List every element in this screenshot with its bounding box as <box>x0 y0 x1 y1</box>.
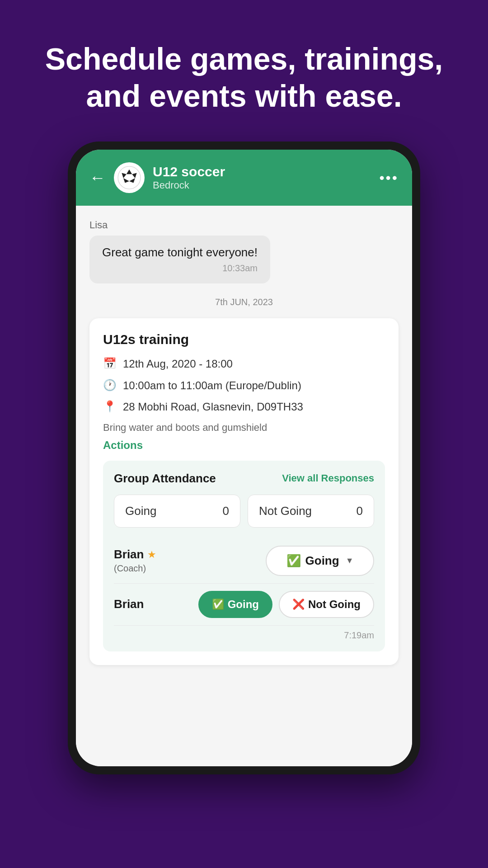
attendance-counts: Going 0 Not Going 0 <box>114 495 374 528</box>
player-name-row-coach: Brian ★ <box>114 547 156 561</box>
brian-not-going-button[interactable]: ❌ Not Going <box>279 591 374 618</box>
player-row-coach: Brian ★ (Coach) ✅ Going ▼ <box>114 538 374 584</box>
not-going-x-icon: ❌ <box>292 599 305 610</box>
team-avatar <box>114 162 145 193</box>
calendar-icon: 📅 <box>103 357 117 370</box>
going-check-icon: ✅ <box>212 599 224 610</box>
more-options-button[interactable]: ••• <box>379 170 399 186</box>
phone-device: ← U12 soccer Bedrock ••• <box>68 142 420 774</box>
message-bubble: Great game tonight everyone! 10:33am <box>89 236 270 283</box>
attendance-section: Group Attendance View all Responses Goin… <box>103 461 385 651</box>
player-info-brian: Brian <box>114 597 144 611</box>
team-name: U12 soccer <box>153 164 371 179</box>
going-label: Going <box>125 504 156 518</box>
event-title: U12s training <box>103 332 385 347</box>
brian-going-button[interactable]: ✅ Going <box>198 591 272 618</box>
attendance-timestamp: 7:19am <box>114 630 374 641</box>
event-card: U12s training 📅 12th Aug, 2020 - 18:00 🕐… <box>89 318 399 665</box>
view-all-responses-link[interactable]: View all Responses <box>282 472 374 484</box>
event-location-row: 📍 28 Mobhi Road, Glasnevin, D09TH33 <box>103 399 385 415</box>
message-text: Great game tonight everyone! <box>102 245 258 259</box>
event-time-row: 🕐 10:00am to 11:00am (Europe/Dublin) <box>103 378 385 393</box>
event-date: 12th Aug, 2020 - 18:00 <box>123 356 233 372</box>
content-area: Lisa Great game tonight everyone! 10:33a… <box>76 206 412 766</box>
team-subtitle: Bedrock <box>153 179 371 191</box>
event-time: 10:00am to 11:00am (Europe/Dublin) <box>123 378 301 393</box>
date-separator: 7th JUN, 2023 <box>89 297 399 307</box>
player-row-brian: Brian ✅ Going ❌ Not Going <box>114 584 374 626</box>
attendance-title: Group Attendance <box>114 472 216 486</box>
not-going-count-box: Not Going 0 <box>248 495 374 528</box>
brian-name: Brian <box>114 597 144 611</box>
brian-not-going-label: Not Going <box>308 598 361 611</box>
dropdown-chevron-icon: ▼ <box>346 556 354 566</box>
coach-going-dropdown-button[interactable]: ✅ Going ▼ <box>266 546 374 576</box>
page-headline: Schedule games, trainings, and events wi… <box>0 0 488 142</box>
coach-role: (Coach) <box>114 563 156 574</box>
going-count-box: Going 0 <box>114 495 240 528</box>
event-date-row: 📅 12th Aug, 2020 - 18:00 <box>103 356 385 372</box>
location-icon: 📍 <box>103 400 117 413</box>
actions-link[interactable]: Actions <box>103 439 385 452</box>
not-going-count: 0 <box>357 504 363 518</box>
player-name-row-brian: Brian <box>114 597 144 611</box>
event-note: Bring water and boots and gumshield <box>103 422 385 434</box>
coach-name: Brian <box>114 547 144 561</box>
attendance-header: Group Attendance View all Responses <box>114 472 374 486</box>
attendance-buttons-brian: ✅ Going ❌ Not Going <box>198 591 374 618</box>
event-location: 28 Mobhi Road, Glasnevin, D09TH33 <box>123 399 303 415</box>
back-button[interactable]: ← <box>89 170 106 186</box>
going-count: 0 <box>223 504 229 518</box>
app-header: ← U12 soccer Bedrock ••• <box>76 150 412 206</box>
player-info-coach: Brian ★ (Coach) <box>114 547 156 574</box>
sender-name: Lisa <box>89 219 399 231</box>
coach-star-icon: ★ <box>147 549 156 561</box>
clock-icon: 🕐 <box>103 379 117 392</box>
brian-going-label: Going <box>228 598 259 611</box>
coach-status-label: Going <box>305 554 339 568</box>
phone-screen: ← U12 soccer Bedrock ••• <box>76 150 412 766</box>
message-time: 10:33am <box>102 263 258 274</box>
check-circle-icon: ✅ <box>286 554 301 568</box>
not-going-label: Not Going <box>259 504 312 518</box>
team-info: U12 soccer Bedrock <box>153 164 371 191</box>
